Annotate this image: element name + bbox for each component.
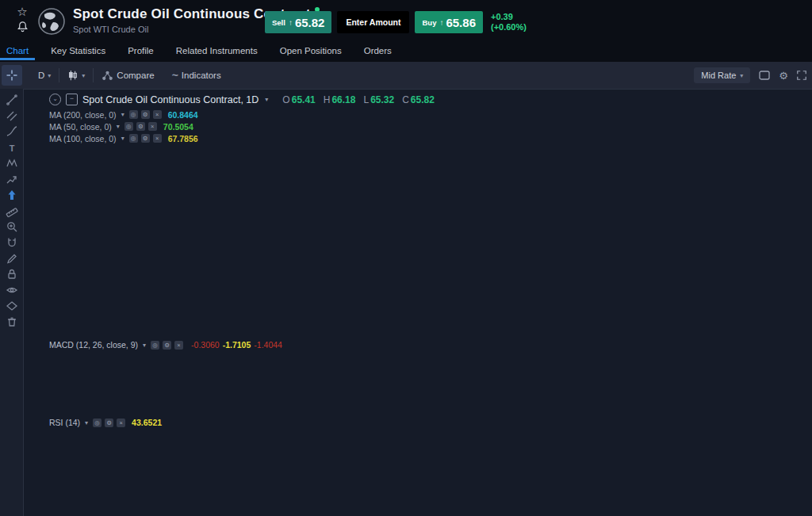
xabcd-pattern-tool[interactable] (2, 155, 21, 171)
sell-arrow-icon: ↑ (289, 18, 293, 27)
tab-profile[interactable]: Profile (117, 44, 165, 60)
tab-chart[interactable]: Chart (0, 44, 40, 60)
gear-icon[interactable]: ⚙ (141, 110, 150, 119)
tab-open-positions[interactable]: Open Positions (269, 44, 353, 60)
alert-bell-icon[interactable] (17, 21, 29, 36)
compare-icon (102, 70, 113, 82)
trash-tool[interactable] (2, 314, 21, 330)
macd-legend: MACD (12, 26, close, 9)▾ ◎ ⚙ × -0.3060 -… (49, 340, 282, 350)
rsi-legend: RSI (14)▾ ◎ ⚙ × 43.6521 (49, 418, 162, 427)
close-icon[interactable]: × (153, 110, 162, 119)
svg-text:T: T (9, 143, 14, 153)
compare-button[interactable]: Compare (95, 67, 160, 85)
tab-orders[interactable]: Orders (353, 44, 403, 60)
eye-icon[interactable]: ◎ (151, 341, 159, 350)
settings-gear-icon[interactable]: ⚙ (779, 70, 788, 82)
lock-tool[interactable] (2, 266, 21, 282)
tab-key-statistics[interactable]: Key Statistics (40, 44, 117, 60)
text-tool[interactable]: T (2, 140, 21, 155)
ruler-tool[interactable] (2, 203, 21, 219)
buy-button[interactable]: Buy ↑ 65.86 (415, 11, 483, 33)
collapse-icon[interactable]: ⌄ (49, 94, 61, 105)
parallel-channel-tool[interactable] (2, 108, 21, 124)
buy-price: 65.86 (446, 16, 476, 29)
crosshair-tool[interactable] (2, 65, 22, 86)
indicators-button[interactable]: ~ Indicators (166, 66, 228, 85)
gear-icon[interactable]: ⚙ (105, 419, 113, 427)
sell-price: 65.82 (295, 16, 325, 29)
tab-bar: Chart Key Statistics Profile Related Ins… (0, 44, 812, 62)
tab-related-instruments[interactable]: Related Instruments (165, 44, 269, 60)
candlestick-icon (67, 70, 79, 81)
gear-icon[interactable]: ⚙ (136, 122, 145, 131)
eye-icon[interactable]: ◎ (129, 110, 138, 119)
minimize-icon[interactable]: − (66, 94, 78, 105)
fullscreen-icon[interactable] (796, 70, 807, 81)
arrow-up-tool[interactable] (2, 187, 21, 203)
close-icon[interactable]: × (174, 341, 183, 350)
chevron-down-icon: ▾ (740, 72, 743, 79)
snapshot-icon[interactable] (758, 70, 771, 81)
forecast-tool[interactable] (2, 171, 21, 187)
sell-button[interactable]: Sell ↑ 65.82 (265, 11, 331, 33)
chart-legend: ⌄ − Spot Crude Oil Continuous Contract, … (49, 94, 435, 144)
mid-rate-dropdown[interactable]: Mid Rate▾ (694, 67, 750, 83)
edit-lock-tool[interactable] (2, 250, 21, 266)
brush-tool[interactable] (2, 124, 21, 140)
interval-dropdown[interactable]: D▾ (32, 67, 57, 83)
drawing-tools-sidebar: T (0, 89, 24, 516)
ma-200-row: MA (200, close, 0)▾ ◎ ⚙ × 60.8464 (49, 109, 435, 120)
close-icon[interactable]: × (153, 134, 162, 143)
zoom-in-tool[interactable] (2, 219, 21, 235)
buy-arrow-icon: ↑ (439, 18, 443, 27)
trading-app: 77.5077.5075.0075.0072.5072.5070.0070.00… (0, 0, 812, 516)
header: ☆ Spot Crude Oil Continuous Contract Spo… (0, 0, 812, 44)
chevron-down-icon: ▾ (265, 96, 268, 103)
ohlc-values: O65.41 H66.18 L65.32 C65.82 (282, 94, 435, 105)
eye-icon[interactable]: ◎ (93, 419, 102, 427)
price-change: +0.39 (+0.60%) (491, 12, 527, 32)
symbol-title[interactable]: Spot Crude Oil Continuous Contract, 1D (82, 94, 259, 105)
eye-icon[interactable]: ◎ (129, 134, 138, 143)
gear-icon[interactable]: ⚙ (163, 341, 171, 350)
sell-label: Sell (272, 18, 285, 27)
indicator-wave-icon: ~ (172, 69, 178, 82)
layers-tool[interactable] (2, 298, 21, 314)
chevron-down-icon: ▾ (82, 72, 85, 79)
star-icon[interactable]: ☆ (17, 5, 27, 19)
chart-toolbar: D▾ ▾ Compare ~ Indicators (0, 62, 812, 90)
trend-line-tool[interactable] (2, 92, 21, 108)
chart-style-dropdown[interactable]: ▾ (61, 67, 91, 84)
close-icon[interactable]: × (117, 419, 125, 427)
eye-icon[interactable]: ◎ (124, 122, 133, 131)
ma-100-row: MA (100, close, 0)▾ ◎ ⚙ × 67.7856 (49, 132, 435, 144)
buy-label: Buy (422, 18, 436, 27)
magnet-tool[interactable] (2, 235, 21, 250)
enter-amount-button[interactable]: Enter Amount (337, 11, 409, 33)
close-icon[interactable]: × (148, 122, 157, 131)
instrument-logo (36, 6, 67, 40)
chevron-down-icon: ▾ (48, 72, 51, 79)
eye-tool[interactable] (2, 282, 21, 298)
gear-icon[interactable]: ⚙ (141, 134, 150, 143)
ma-50-row: MA (50, close, 0)▾ ◎ ⚙ × 70.5054 (49, 120, 435, 132)
